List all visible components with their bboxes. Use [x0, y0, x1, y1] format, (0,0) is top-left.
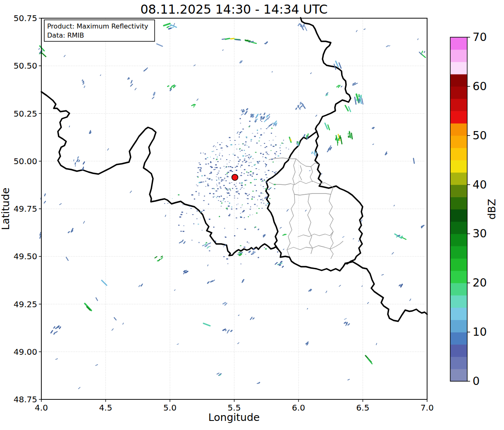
clutter-dot [231, 209, 232, 210]
y-axis-label: Latitude [0, 188, 12, 230]
clutter-dot [248, 126, 250, 127]
echo-dash [300, 106, 301, 108]
clutter-dot [229, 195, 230, 196]
echo-dash [193, 107, 194, 107]
echo-dash [327, 150, 329, 152]
clutter-dot [247, 241, 248, 242]
product-info-box: Product: Maximum Reflectivity Data: RMIB [44, 20, 155, 41]
echo-streak [304, 26, 307, 31]
clutter-dot [261, 121, 263, 122]
clutter-dot [248, 243, 249, 243]
canton-border [308, 194, 313, 254]
clutter-dot [241, 182, 243, 184]
clutter-dot [223, 246, 224, 247]
clutter-dot [221, 196, 222, 197]
clutter-dot [279, 148, 281, 148]
echo-dash [51, 331, 53, 333]
clutter-dot [202, 230, 203, 230]
clutter-dot [258, 208, 260, 209]
clutter-dot [217, 157, 218, 158]
clutter-dot [197, 176, 198, 177]
clutter-dot [223, 256, 225, 257]
echo-streak [203, 323, 210, 326]
echo-dash [170, 89, 172, 91]
clutter-dot [282, 143, 283, 143]
clutter-dot [216, 167, 217, 168]
clutter-dot [264, 247, 265, 248]
clutter-dot [221, 206, 222, 206]
clutter-dot [259, 169, 259, 170]
colorbar-tick-label: 70 [473, 31, 487, 43]
clutter-dot [245, 156, 246, 156]
clutter-dot [265, 152, 267, 153]
clutter-dot [250, 206, 251, 207]
clutter-dot [231, 182, 232, 183]
clutter-dot [260, 135, 262, 136]
echo-speck [194, 65, 196, 66]
clutter-dot [219, 196, 220, 197]
clutter-dot [265, 147, 266, 148]
echo-dash [256, 119, 258, 120]
echo-dash [172, 27, 174, 28]
colorbar-cell [450, 234, 467, 246]
clutter-dot [216, 149, 217, 150]
echo-speck [368, 302, 369, 303]
clutter-dot [213, 151, 214, 151]
echo-dash [161, 258, 162, 259]
clutter-dot [261, 203, 262, 203]
echo-streak [225, 38, 229, 39]
clutter-dot [244, 229, 246, 230]
clutter-dot [183, 231, 184, 232]
clutter-dot [193, 223, 194, 224]
clutter-dot [239, 136, 240, 137]
echo-streak [341, 137, 342, 144]
echo-dash [358, 100, 359, 103]
clutter-dot [249, 162, 250, 163]
echo-dash [83, 162, 84, 164]
data-source-line: Data: RMIB [47, 31, 84, 39]
clutter-dot [241, 150, 243, 151]
clutter-dot [218, 178, 219, 179]
echo-dash [205, 244, 206, 245]
clutter-dot [213, 146, 214, 147]
clutter-dot [199, 169, 201, 170]
clutter-dot [251, 198, 253, 200]
clutter-dot [211, 167, 212, 168]
clutter-dot [186, 213, 187, 213]
echo-streak [349, 107, 351, 112]
echo-speck [364, 29, 365, 30]
clutter-dot [210, 157, 211, 157]
clutter-dot [236, 170, 237, 171]
clutter-dot [197, 210, 198, 211]
clutter-dot [223, 185, 225, 186]
colorbar-cell [450, 283, 467, 295]
clutter-dot [214, 146, 215, 146]
clutter-dot [198, 177, 199, 178]
echo-speck [358, 241, 359, 241]
clutter-dot [220, 188, 221, 189]
clutter-dot [230, 144, 232, 146]
clutter-dot [242, 155, 244, 157]
echo-dash [316, 155, 316, 156]
clutter-dot [259, 161, 260, 162]
echo-speck [344, 318, 346, 320]
clutter-dot [240, 245, 241, 246]
echo-dash [228, 330, 229, 331]
echo-dash [40, 236, 41, 238]
y-tick-label: 50.50 [14, 61, 37, 71]
clutter-dot [215, 191, 217, 191]
echo-dash [328, 148, 330, 150]
clutter-dot [238, 161, 240, 162]
clutter-dot [229, 183, 230, 184]
clutter-dot [215, 154, 216, 155]
clutter-dot [239, 134, 240, 135]
clutter-dot [236, 205, 237, 205]
clutter-dot [288, 149, 289, 149]
clutter-dot [217, 188, 218, 189]
echo-speck [305, 210, 306, 211]
figure-title: 08.11.2025 14:30 - 14:34 UTC [140, 2, 327, 17]
clutter-dot [218, 200, 219, 201]
echo-dash [314, 151, 315, 154]
clutter-dot [226, 167, 227, 167]
clutter-dot [260, 185, 261, 185]
